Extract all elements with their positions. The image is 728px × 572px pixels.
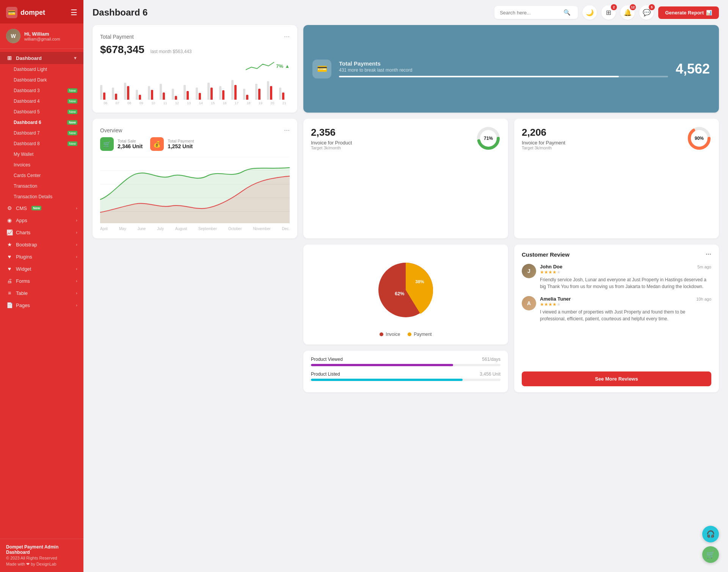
product-listed-label: Product Listed [311, 371, 340, 377]
blue-card-count: 4,562 [676, 61, 710, 77]
nav-item-charts[interactable]: 📈 Charts › [0, 226, 83, 238]
blue-card-sub: 431 more to break last month record [339, 67, 668, 73]
footer-title: Dompet Payment Admin Dashboard [6, 544, 77, 555]
overview-menu[interactable]: ··· [284, 126, 290, 134]
theme-toggle-button[interactable]: 🌙 [582, 5, 597, 20]
nav-item-apps[interactable]: ◉ Apps › [0, 214, 83, 226]
total-payment-card: Total Payment ··· $678,345 last month $5… [93, 25, 297, 113]
bar-red [115, 94, 117, 100]
bar-labels: 06070809101112131415161718192021 [100, 101, 290, 105]
bar-red [234, 85, 237, 100]
product-viewed-progress [311, 364, 500, 366]
product-viewed-label: Product Viewed [311, 357, 343, 362]
grid-badge: 2 [611, 4, 617, 10]
plugins-icon: ♥ [6, 254, 13, 260]
bar-gray [172, 89, 174, 100]
hamburger-button[interactable]: ☰ [71, 8, 77, 17]
product-listed-progress [311, 379, 500, 381]
bar-red [151, 90, 153, 100]
nav-item-table[interactable]: ≡ Table › [0, 287, 83, 299]
bar-red [210, 88, 213, 100]
bell-button[interactable]: 🔔 12 [620, 5, 635, 20]
cart-float-button[interactable]: 🛒 [702, 546, 719, 563]
reviewer-avatar-1: J [522, 264, 536, 278]
dashboard-icon: ⊞ [6, 55, 13, 61]
nav-item-cms[interactable]: ⚙ CMS New › [0, 202, 83, 214]
sub-nav-my-wallet[interactable]: My Wallet [0, 149, 83, 160]
donut-payment-pct: 90% [695, 136, 704, 141]
widget-icon: ♥ [6, 266, 13, 272]
total-payment-menu[interactable]: ··· [284, 33, 290, 41]
see-more-reviews-button[interactable]: See More Reviews [522, 371, 711, 386]
donut-product-pct: 71% [484, 136, 493, 141]
overview-label: Overview [100, 127, 122, 133]
bar-group [279, 88, 290, 100]
footer-made: Made with ❤ by DexignLab [6, 562, 77, 567]
floating-buttons: 🎧 🛒 [702, 526, 719, 563]
sub-nav-dashboard-dark[interactable]: Dashboard Dark [0, 75, 83, 85]
bar-group [100, 85, 111, 100]
reviewer-text-2: I viewed a number of properties with Jus… [540, 309, 711, 322]
blue-card-title: Total Payments [339, 60, 668, 67]
product-listed-value: 3,456 Unit [480, 371, 500, 377]
nav-item-bootstrap[interactable]: ★ Bootstrap › [0, 238, 83, 251]
sub-nav-transaction-details[interactable]: Transaction Details [0, 191, 83, 202]
sub-nav-dashboard-8[interactable]: Dashboard 8 New [0, 138, 83, 149]
support-float-button[interactable]: 🎧 [702, 526, 719, 542]
sub-nav-dashboard-6[interactable]: Dashboard 6 New [0, 117, 83, 128]
invoice-payment-donut: 90% [687, 126, 711, 150]
bar-red [270, 86, 272, 100]
bar-group [219, 86, 230, 100]
sub-nav-invoices[interactable]: Invoices [0, 160, 83, 170]
user-profile: W Hi, William william@gmail.com [0, 24, 83, 49]
forms-icon: 🖨 [6, 278, 13, 284]
bar-group [124, 83, 135, 100]
generate-report-button[interactable]: Generate Report 📊 [658, 6, 719, 19]
logo-text: dompet [20, 9, 45, 17]
nav-item-forms[interactable]: 🖨 Forms › [0, 275, 83, 287]
sub-nav-dashboard-light[interactable]: Dashboard Light [0, 64, 83, 75]
reviewer-name-2: Amelia Tuner [540, 296, 571, 302]
sub-nav-dashboard-5[interactable]: Dashboard 5 New [0, 107, 83, 117]
search-input[interactable] [500, 10, 560, 16]
page-title: Dashboard 6 [93, 7, 147, 18]
nav-item-plugins[interactable]: ♥ Plugins › [0, 251, 83, 263]
total-payment-stat: 💰 Total Payment 1,252 Unit [150, 137, 194, 151]
review-menu[interactable]: ··· [706, 251, 711, 259]
total-sale-label: Total Sale [118, 139, 143, 143]
customer-review-card: Customer Review ··· J John Doe 5m ago ★★… [514, 244, 719, 392]
bar-group [184, 85, 194, 100]
bar-red [103, 92, 105, 100]
sub-nav-dashboard-3[interactable]: Dashboard 3 New [0, 85, 83, 96]
sub-nav-dashboard-7[interactable]: Dashboard 7 New [0, 128, 83, 138]
sub-nav-dashboard-4[interactable]: Dashboard 4 New [0, 96, 83, 107]
bar-red [282, 92, 284, 100]
chat-button[interactable]: 💬 5 [639, 5, 654, 20]
invoice-product-info: 2,356 Invoice for Product Target 3k/mont… [311, 127, 352, 150]
bar-group [255, 84, 266, 100]
total-payment-label: Total Payment [100, 34, 134, 40]
review-content-2: Amelia Tuner 10h ago ★★★★★ I viewed a nu… [540, 296, 711, 322]
badge-new-7: New [67, 131, 77, 135]
blue-card-progress-fill [339, 76, 619, 77]
badge-new-6: New [67, 120, 77, 125]
sub-nav-transaction[interactable]: Transaction [0, 181, 83, 191]
sub-nav-cards-center[interactable]: Cards Center [0, 170, 83, 181]
bar-gray [112, 88, 114, 100]
invoice-payment-number: 2,206 [522, 127, 565, 138]
badge-new-3: New [67, 88, 77, 93]
payment-legend-dot [408, 332, 411, 336]
reviewer-stars-1: ★★★★★ [540, 270, 711, 275]
bar-group [112, 88, 122, 100]
report-icon: 📊 [706, 10, 712, 16]
sparkline-chart [246, 60, 276, 72]
nav-item-pages[interactable]: 📄 Pages › [0, 299, 83, 311]
bar-chart [100, 73, 290, 100]
nav-item-dashboard[interactable]: ⊞ Dashboard ▼ [0, 52, 83, 64]
bar-red [163, 92, 165, 100]
bar-red [258, 89, 260, 100]
bar-gray [196, 88, 198, 100]
badge-new-8: New [67, 141, 77, 146]
grid-button[interactable]: ⊞ 2 [601, 5, 616, 20]
nav-item-widget[interactable]: ♥ Widget › [0, 263, 83, 275]
